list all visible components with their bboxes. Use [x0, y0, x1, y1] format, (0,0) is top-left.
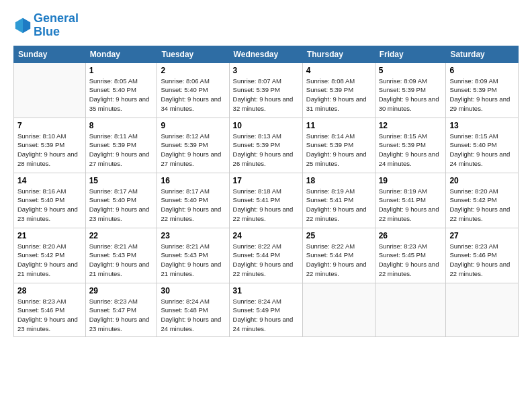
- day-number: 18: [306, 176, 371, 185]
- day-info: Sunrise: 8:22 AMSunset: 5:44 PMDaylight:…: [306, 242, 367, 277]
- day-info: Sunrise: 8:21 AMSunset: 5:43 PMDaylight:…: [161, 242, 221, 277]
- day-number: 5: [379, 66, 443, 75]
- day-info: Sunrise: 8:11 AMSunset: 5:39 PMDaylight:…: [89, 132, 150, 167]
- day-info: Sunrise: 8:15 AMSunset: 5:39 PMDaylight:…: [379, 132, 439, 167]
- calendar-col-friday: Friday: [375, 46, 446, 62]
- calendar-day-cell: 14 Sunrise: 8:16 AMSunset: 5:40 PMDaylig…: [14, 173, 86, 228]
- day-number: 27: [449, 231, 515, 240]
- day-info: Sunrise: 8:17 AMSunset: 5:40 PMDaylight:…: [89, 187, 150, 222]
- calendar-week-row: 14 Sunrise: 8:16 AMSunset: 5:40 PMDaylig…: [14, 173, 519, 228]
- day-info: Sunrise: 8:18 AMSunset: 5:41 PMDaylight:…: [233, 187, 294, 222]
- day-info: Sunrise: 8:22 AMSunset: 5:44 PMDaylight:…: [233, 242, 294, 277]
- calendar-day-cell: 12 Sunrise: 8:15 AMSunset: 5:39 PMDaylig…: [375, 118, 446, 173]
- day-info: Sunrise: 8:10 AMSunset: 5:39 PMDaylight:…: [17, 132, 78, 167]
- calendar-header-row: SundayMondayTuesdayWednesdayThursdayFrid…: [14, 46, 519, 62]
- logo: General Blue: [13, 12, 79, 39]
- day-info: Sunrise: 8:24 AMSunset: 5:49 PMDaylight:…: [233, 298, 294, 332]
- day-number: 19: [379, 176, 443, 185]
- calendar-week-row: 21 Sunrise: 8:20 AMSunset: 5:42 PMDaylig…: [14, 228, 519, 283]
- day-info: Sunrise: 8:15 AMSunset: 5:40 PMDaylight:…: [449, 132, 510, 167]
- day-info: Sunrise: 8:06 AMSunset: 5:40 PMDaylight:…: [161, 77, 221, 112]
- calendar-day-cell: 24 Sunrise: 8:22 AMSunset: 5:44 PMDaylig…: [229, 228, 302, 283]
- day-number: 11: [306, 121, 371, 130]
- calendar-day-cell: 6 Sunrise: 8:09 AMSunset: 5:39 PMDayligh…: [446, 62, 519, 118]
- day-number: 15: [89, 176, 154, 185]
- calendar-day-cell: 1 Sunrise: 8:05 AMSunset: 5:40 PMDayligh…: [85, 62, 157, 118]
- calendar-day-cell: 11 Sunrise: 8:14 AMSunset: 5:39 PMDaylig…: [302, 118, 375, 173]
- calendar-col-monday: Monday: [85, 46, 157, 62]
- calendar-day-cell: 28 Sunrise: 8:23 AMSunset: 5:46 PMDaylig…: [14, 283, 86, 336]
- logo-text: General Blue: [34, 12, 79, 39]
- day-info: Sunrise: 8:08 AMSunset: 5:39 PMDaylight:…: [306, 77, 367, 112]
- day-number: 8: [89, 121, 154, 130]
- day-number: 12: [379, 121, 443, 130]
- day-number: 7: [17, 121, 82, 130]
- day-info: Sunrise: 8:07 AMSunset: 5:39 PMDaylight:…: [233, 77, 294, 112]
- calendar-day-cell: 30 Sunrise: 8:24 AMSunset: 5:48 PMDaylig…: [157, 283, 229, 336]
- calendar-day-cell: 19 Sunrise: 8:19 AMSunset: 5:41 PMDaylig…: [375, 173, 446, 228]
- day-info: Sunrise: 8:17 AMSunset: 5:40 PMDaylight:…: [161, 187, 221, 222]
- day-number: 31: [233, 286, 299, 295]
- calendar-day-cell: 31 Sunrise: 8:24 AMSunset: 5:49 PMDaylig…: [229, 283, 302, 336]
- day-info: Sunrise: 8:23 AMSunset: 5:47 PMDaylight:…: [89, 298, 150, 332]
- day-number: 1: [89, 66, 154, 75]
- header: General Blue: [13, 12, 519, 39]
- calendar-day-cell: 15 Sunrise: 8:17 AMSunset: 5:40 PMDaylig…: [85, 173, 157, 228]
- calendar-col-thursday: Thursday: [302, 46, 375, 62]
- calendar-day-cell: 3 Sunrise: 8:07 AMSunset: 5:39 PMDayligh…: [229, 62, 302, 118]
- calendar-day-cell: 13 Sunrise: 8:15 AMSunset: 5:40 PMDaylig…: [446, 118, 519, 173]
- day-info: Sunrise: 8:16 AMSunset: 5:40 PMDaylight:…: [17, 187, 78, 222]
- calendar-day-cell: 4 Sunrise: 8:08 AMSunset: 5:39 PMDayligh…: [302, 62, 375, 118]
- day-number: 25: [306, 231, 371, 240]
- day-info: Sunrise: 8:05 AMSunset: 5:40 PMDaylight:…: [89, 77, 150, 112]
- day-info: Sunrise: 8:20 AMSunset: 5:42 PMDaylight:…: [449, 187, 510, 222]
- svg-marker-0: [23, 18, 30, 33]
- calendar-day-cell: 27 Sunrise: 8:23 AMSunset: 5:46 PMDaylig…: [446, 228, 519, 283]
- day-info: Sunrise: 8:19 AMSunset: 5:41 PMDaylight:…: [379, 187, 439, 222]
- calendar-day-cell: 16 Sunrise: 8:17 AMSunset: 5:40 PMDaylig…: [157, 173, 229, 228]
- calendar-day-cell: 20 Sunrise: 8:20 AMSunset: 5:42 PMDaylig…: [446, 173, 519, 228]
- calendar-day-cell: 9 Sunrise: 8:12 AMSunset: 5:39 PMDayligh…: [157, 118, 229, 173]
- day-number: 28: [17, 286, 82, 295]
- day-info: Sunrise: 8:23 AMSunset: 5:46 PMDaylight:…: [449, 242, 510, 277]
- calendar-day-cell: [302, 283, 375, 336]
- day-number: 29: [89, 286, 154, 295]
- day-number: 20: [449, 176, 515, 185]
- calendar-week-row: 1 Sunrise: 8:05 AMSunset: 5:40 PMDayligh…: [14, 62, 519, 118]
- day-number: 9: [161, 121, 225, 130]
- calendar-day-cell: 7 Sunrise: 8:10 AMSunset: 5:39 PMDayligh…: [14, 118, 86, 173]
- day-number: 13: [449, 121, 515, 130]
- calendar-week-row: 28 Sunrise: 8:23 AMSunset: 5:46 PMDaylig…: [14, 283, 519, 336]
- day-number: 2: [161, 66, 225, 75]
- calendar-col-sunday: Sunday: [14, 46, 86, 62]
- calendar-day-cell: 23 Sunrise: 8:21 AMSunset: 5:43 PMDaylig…: [157, 228, 229, 283]
- svg-marker-1: [15, 18, 23, 33]
- calendar-day-cell: 8 Sunrise: 8:11 AMSunset: 5:39 PMDayligh…: [85, 118, 157, 173]
- day-info: Sunrise: 8:23 AMSunset: 5:46 PMDaylight:…: [17, 298, 78, 332]
- calendar-day-cell: 21 Sunrise: 8:20 AMSunset: 5:42 PMDaylig…: [14, 228, 86, 283]
- day-number: 4: [306, 66, 371, 75]
- day-number: 26: [379, 231, 443, 240]
- day-number: 16: [161, 176, 225, 185]
- day-info: Sunrise: 8:23 AMSunset: 5:45 PMDaylight:…: [379, 242, 439, 277]
- day-info: Sunrise: 8:21 AMSunset: 5:43 PMDaylight:…: [89, 242, 150, 277]
- calendar-day-cell: [446, 283, 519, 336]
- calendar-day-cell: 29 Sunrise: 8:23 AMSunset: 5:47 PMDaylig…: [85, 283, 157, 336]
- calendar-day-cell: 2 Sunrise: 8:06 AMSunset: 5:40 PMDayligh…: [157, 62, 229, 118]
- day-info: Sunrise: 8:09 AMSunset: 5:39 PMDaylight:…: [449, 77, 510, 112]
- day-info: Sunrise: 8:19 AMSunset: 5:41 PMDaylight:…: [306, 187, 367, 222]
- day-info: Sunrise: 8:12 AMSunset: 5:39 PMDaylight:…: [161, 132, 221, 167]
- day-number: 14: [17, 176, 82, 185]
- calendar-day-cell: 10 Sunrise: 8:13 AMSunset: 5:39 PMDaylig…: [229, 118, 302, 173]
- page: General Blue SundayMondayTuesdayWednesda…: [0, 0, 532, 411]
- day-info: Sunrise: 8:20 AMSunset: 5:42 PMDaylight:…: [17, 242, 78, 277]
- day-number: 3: [233, 66, 299, 75]
- calendar-col-tuesday: Tuesday: [157, 46, 229, 62]
- day-number: 22: [89, 231, 154, 240]
- calendar-week-row: 7 Sunrise: 8:10 AMSunset: 5:39 PMDayligh…: [14, 118, 519, 173]
- day-number: 6: [449, 66, 515, 75]
- calendar-day-cell: [14, 62, 86, 118]
- day-number: 17: [233, 176, 299, 185]
- day-info: Sunrise: 8:24 AMSunset: 5:48 PMDaylight:…: [161, 298, 221, 332]
- day-info: Sunrise: 8:14 AMSunset: 5:39 PMDaylight:…: [306, 132, 367, 167]
